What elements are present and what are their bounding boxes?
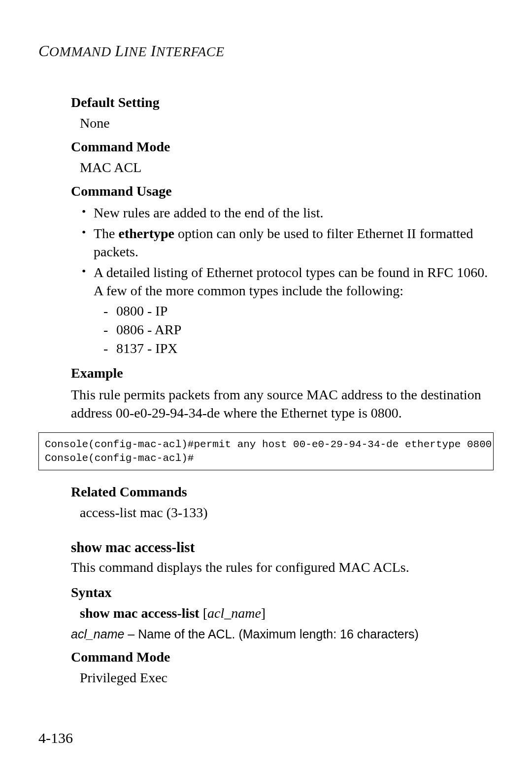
list-item: 8137 - IPX xyxy=(103,339,494,358)
show-cmd-desc: This command displays the rules for conf… xyxy=(71,559,494,577)
page-header: COMMAND LINE INTERFACE xyxy=(38,42,494,60)
list-item: 0800 - IP xyxy=(103,302,494,320)
related-title: Related Commands xyxy=(71,484,494,500)
command-mode-value-2: Privileged Exec xyxy=(71,670,494,686)
usage-text-pre: The xyxy=(94,226,119,241)
default-setting-title: Default Setting xyxy=(71,95,494,110)
syntax-open: [ xyxy=(200,605,207,621)
syntax-close: ] xyxy=(261,605,266,621)
param-name: acl_name xyxy=(71,627,124,641)
show-cmd-title: show mac access-list xyxy=(71,539,494,556)
code-block: Console(config-mac-acl)#permit any host … xyxy=(38,432,494,470)
sub-text: 0800 - IP xyxy=(116,303,167,318)
usage-text: A detailed listing of Ethernet protocol … xyxy=(94,265,488,298)
related-value: access-list mac (3-133) xyxy=(71,505,494,521)
usage-list: New rules are added to the end of the li… xyxy=(71,204,494,357)
header-text: COMMAND LINE INTERFACE xyxy=(38,44,225,59)
list-item: The ethertype option can only be used to… xyxy=(80,225,494,261)
syntax-line: show mac access-list [acl_name] xyxy=(71,605,494,621)
command-usage-title: Command Usage xyxy=(71,183,494,199)
syntax-kw: show mac access-list xyxy=(80,605,200,621)
syntax-title: Syntax xyxy=(71,585,494,600)
syntax-param: acl_name xyxy=(207,605,261,621)
sub-list: 0800 - IP 0806 - ARP 8137 - IPX xyxy=(94,302,494,357)
page-number: 4-136 xyxy=(38,730,73,746)
usage-text-bold: ethertype xyxy=(119,226,175,241)
sub-text: 8137 - IPX xyxy=(116,341,177,356)
page: COMMAND LINE INTERFACE Default Setting N… xyxy=(0,0,532,774)
content-area: Default Setting None Command Mode MAC AC… xyxy=(38,95,494,686)
param-desc: acl_name – Name of the ACL. (Maximum len… xyxy=(71,627,494,641)
example-title: Example xyxy=(71,365,494,381)
usage-text: New rules are added to the end of the li… xyxy=(94,205,324,220)
list-item: 0806 - ARP xyxy=(103,320,494,339)
command-mode-title-2: Command Mode xyxy=(71,649,494,665)
sub-text: 0806 - ARP xyxy=(116,322,181,337)
default-setting-value: None xyxy=(71,115,494,131)
example-text: This rule permits packets from any sourc… xyxy=(71,386,494,422)
param-text: – Name of the ACL. (Maximum length: 16 c… xyxy=(124,627,418,641)
list-item: A detailed listing of Ethernet protocol … xyxy=(80,264,494,357)
list-item: New rules are added to the end of the li… xyxy=(80,204,494,222)
command-mode-title: Command Mode xyxy=(71,139,494,155)
command-mode-value: MAC ACL xyxy=(71,160,494,176)
